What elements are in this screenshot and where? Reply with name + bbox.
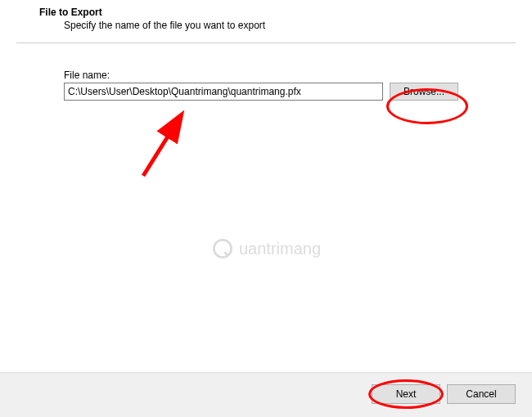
wizard-subtitle: Specify the name of the file you want to…: [39, 18, 532, 31]
svg-point-0: [214, 240, 231, 257]
wizard-title: File to Export: [39, 7, 532, 18]
filename-input[interactable]: [64, 83, 383, 101]
filename-label: File name:: [64, 70, 532, 81]
cancel-button[interactable]: Cancel: [447, 384, 516, 404]
footer-divider: [0, 372, 532, 373]
next-button[interactable]: Next: [372, 384, 440, 404]
annotation-arrow-icon: [135, 110, 201, 184]
watermark-q-icon: [211, 237, 234, 260]
browse-button[interactable]: Browse...: [390, 83, 458, 101]
watermark: uantrimang: [211, 237, 321, 260]
svg-line-3: [143, 117, 180, 176]
